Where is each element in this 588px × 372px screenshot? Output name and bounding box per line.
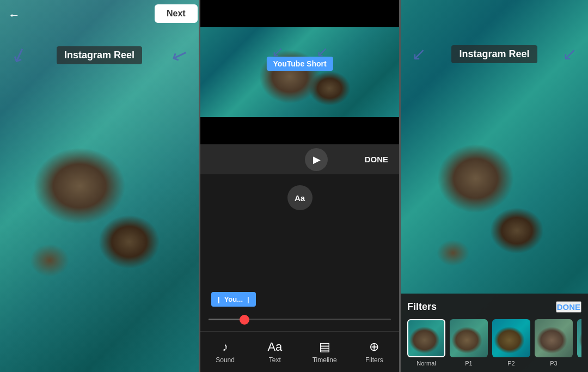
- right-right-arrow-icon: ↙: [562, 44, 577, 64]
- filter-thumb-p1: [450, 319, 488, 357]
- right-reel-label: Instagram Reel: [451, 45, 537, 63]
- aa-label: Aa: [295, 193, 305, 203]
- sound-icon: ♪: [222, 340, 228, 354]
- left-video-panel: ↙ Instagram Reel ↙ ←: [0, 0, 199, 372]
- playback-controls: ▶ DONE: [200, 144, 399, 174]
- left-reel-label: Instagram Reel: [57, 46, 142, 64]
- toolbar-sound[interactable]: ♪ Sound: [200, 340, 250, 364]
- toolbar-timeline[interactable]: ▤ Timeline: [300, 340, 350, 364]
- filters-panel: Filters DONE Normal P1 P2 P3: [401, 294, 588, 372]
- right-arrow-icon: ↙: [168, 41, 192, 69]
- filter-thumb-p4: [577, 319, 581, 357]
- filter-name-p1: P1: [465, 360, 472, 367]
- right-arrows-overlay: ↙ Instagram Reel ↙: [401, 44, 588, 64]
- black-strip-bottom: [200, 117, 399, 144]
- toolbar-text[interactable]: Aa Text: [250, 340, 299, 364]
- scrubber-bar[interactable]: [209, 319, 391, 320]
- play-button[interactable]: ▶: [305, 148, 328, 171]
- filter-name-normal: Normal: [416, 360, 436, 367]
- filter-thumb-normal: [407, 319, 445, 357]
- filter-p1[interactable]: P1: [450, 319, 488, 367]
- right-left-arrow-icon: ↙: [412, 44, 426, 64]
- filter-normal[interactable]: Normal: [407, 319, 445, 367]
- clip-label: You...: [224, 295, 243, 303]
- bottom-toolbar: ♪ Sound Aa Text ▤ Timeline ⊕ Filters: [200, 331, 399, 372]
- play-icon: ▶: [313, 154, 321, 166]
- filters-row: Normal P1 P2 P3 P4: [407, 319, 581, 367]
- back-button[interactable]: ←: [8, 8, 20, 22]
- center-video-area: ↙ ↙ YouTube Short ▶ DONE: [200, 0, 399, 174]
- timeline-area: Aa You...: [200, 174, 399, 331]
- left-arrows-overlay: ↙ Instagram Reel ↙: [0, 44, 199, 66]
- next-button[interactable]: Next: [155, 4, 198, 23]
- filter-p3[interactable]: P3: [535, 319, 573, 367]
- filter-p4[interactable]: P4: [577, 319, 581, 367]
- filters-header: Filters DONE: [407, 301, 581, 313]
- filter-p2[interactable]: P2: [492, 319, 530, 367]
- sound-label: Sound: [216, 356, 235, 364]
- right-video-panel: ↙ Instagram Reel ↙ Filters DONE Normal P…: [401, 0, 588, 372]
- text-icon: Aa: [267, 340, 282, 354]
- filter-thumb-p3: [535, 319, 573, 357]
- center-video-inner: ↙ ↙ YouTube Short: [200, 27, 399, 117]
- toolbar-filters[interactable]: ⊕ Filters: [350, 340, 399, 364]
- scrubber-thumb[interactable]: [240, 315, 249, 325]
- filter-name-p2: P2: [507, 360, 514, 367]
- text-label: Text: [269, 356, 281, 364]
- filter-thumb-p2: [492, 319, 530, 357]
- center-editor-panel: ↙ ↙ YouTube Short ▶ DONE Aa: [200, 0, 399, 372]
- timeline-icon: ▤: [319, 340, 330, 354]
- filter-name-p3: P3: [550, 360, 557, 367]
- timeline-clip[interactable]: You...: [211, 292, 256, 307]
- timeline-label: Timeline: [313, 356, 337, 364]
- filters-title: Filters: [407, 301, 437, 313]
- left-arrow-icon: ↙: [8, 41, 31, 69]
- text-add-button[interactable]: Aa: [287, 185, 313, 210]
- center-bg-video: ↙ ↙ YouTube Short: [200, 27, 399, 117]
- filters-label: Filters: [365, 356, 383, 364]
- youtube-short-label: YouTube Short: [266, 57, 333, 71]
- filters-done-button[interactable]: DONE: [556, 301, 581, 313]
- filters-icon: ⊕: [369, 340, 379, 354]
- black-strip-top: [200, 0, 399, 27]
- scrubber-progress: [209, 319, 241, 320]
- done-button[interactable]: DONE: [365, 155, 388, 164]
